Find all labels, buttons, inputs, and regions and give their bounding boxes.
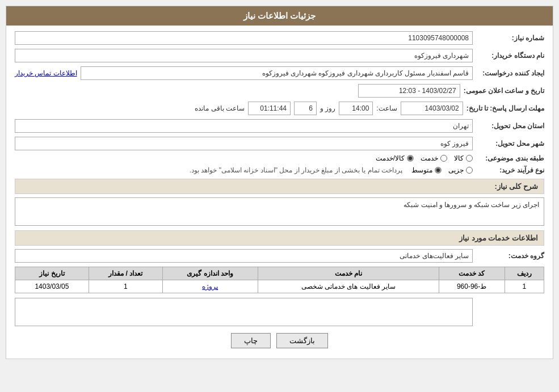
deadline-days-value: 6 bbox=[309, 104, 313, 112]
table-header-row: ردیف کد خدمت نام خدمت واحد اندازه گیری ت… bbox=[15, 267, 544, 280]
city-value: فیروز کوه bbox=[440, 140, 469, 147]
purchase-note: پرداخت تمام یا بخشی از مبلغ خریدار از مح… bbox=[190, 166, 402, 174]
need-number-label: شماره نیاز: bbox=[476, 34, 544, 42]
deadline-label: مهلت ارسال پاسخ: تا تاریخ: bbox=[466, 104, 544, 112]
deadline-remaining-field: 01:11:44 bbox=[248, 102, 291, 115]
deadline-days-field: 6 bbox=[294, 102, 317, 115]
cell-name: سایر فعالیت های خدماتی شخصی bbox=[258, 280, 439, 293]
category-radio-group: کالا خدمت کالا/خدمت bbox=[376, 154, 473, 162]
purchase-type-label: نوع فرآیند خرید: bbox=[476, 166, 544, 174]
deadline-days-label: روز و bbox=[320, 104, 335, 112]
radio-jozee-label: جزیی bbox=[448, 166, 464, 174]
buyer-org-label: نام دستگاه خریدار: bbox=[476, 52, 544, 60]
back-button[interactable]: بازگشت bbox=[276, 333, 328, 348]
city-field: فیروز کوه bbox=[15, 137, 473, 150]
announce-label: تاریخ و ساعت اعلان عمومی: bbox=[464, 87, 544, 95]
province-value: تهران bbox=[453, 122, 469, 130]
main-container: جزئیات اطلاعات نیاز شماره نیاز: 11030957… bbox=[6, 6, 553, 359]
buyer-notes-textarea bbox=[15, 298, 473, 326]
need-desc-section-header: شرح کلی نیاز: bbox=[15, 179, 544, 194]
deadline-date-field: 1403/03/02 bbox=[401, 102, 463, 115]
radio-motevaset-label: متوسط bbox=[411, 166, 432, 174]
radio-jozee-circle bbox=[466, 167, 473, 174]
col-date: تاریخ نیاز bbox=[15, 267, 89, 280]
creator-contact-link[interactable]: اطلاعات تماس خریدار bbox=[15, 69, 77, 77]
creator-label: ایجاد کننده درخواست: bbox=[476, 69, 544, 77]
purchase-type-row: نوع فرآیند خرید: جزیی متوسط پرداخت تمام … bbox=[15, 166, 544, 174]
deadline-time-field: 14:00 bbox=[339, 102, 373, 115]
need-number-row: شماره نیاز: 1103095748000008 bbox=[15, 31, 544, 45]
service-group-label: گروه خدمت: bbox=[476, 252, 544, 260]
buyer-org-value: شهرداری فیروزکوه bbox=[414, 52, 469, 60]
cell-code: ط-96-960 bbox=[439, 280, 505, 293]
print-button[interactable]: چاپ bbox=[231, 333, 271, 348]
announce-field: 1403/02/27 - 12:03 bbox=[358, 84, 460, 98]
need-desc-label: شرح کلی نیاز: bbox=[494, 182, 538, 191]
deadline-time-value: 14:00 bbox=[352, 104, 369, 112]
radio-motevaset-circle bbox=[435, 167, 442, 174]
city-label: شهر محل تحویل: bbox=[476, 140, 544, 147]
cell-row-num: 1 bbox=[505, 280, 544, 293]
service-group-value: سایر فعالیت‌های خدماتی bbox=[400, 252, 469, 260]
radio-kala-label: کالا bbox=[454, 154, 464, 162]
radio-kala-circle bbox=[466, 155, 473, 162]
deadline-remaining-value: 01:11:44 bbox=[260, 104, 287, 112]
need-desc-value: اجرای زیر ساخت شبکه و سرورها و امنیت شبک… bbox=[404, 201, 539, 209]
services-section-header: اطلاعات خدمات مورد نیاز bbox=[15, 230, 544, 246]
service-group-row: گروه خدمت: سایر فعالیت‌های خدماتی bbox=[15, 249, 544, 263]
category-label: طبقه بندی موضوعی: bbox=[476, 154, 544, 162]
col-code: کد خدمت bbox=[439, 267, 505, 280]
buyer-org-row: نام دستگاه خریدار: شهرداری فیروزکوه bbox=[15, 49, 544, 62]
deadline-date-value: 1403/03/02 bbox=[425, 104, 459, 112]
radio-khedmat-label: خدمت bbox=[421, 154, 438, 162]
cell-unit: پروژه bbox=[162, 280, 258, 293]
service-group-field: سایر فعالیت‌های خدماتی bbox=[15, 249, 473, 263]
page-header: جزئیات اطلاعات نیاز bbox=[6, 6, 553, 26]
creator-row: ایجاد کننده درخواست: قاسم اسفندیار مسئول… bbox=[15, 66, 544, 80]
radio-khedmat-circle bbox=[440, 155, 447, 162]
col-name: نام خدمت bbox=[258, 267, 439, 280]
purchase-jozee[interactable]: جزیی bbox=[448, 166, 473, 174]
need-number-field: 1103095748000008 bbox=[15, 31, 473, 45]
deadline-remaining-label: ساعت باقی مانده bbox=[195, 104, 245, 112]
purchase-motevaset[interactable]: متوسط bbox=[411, 166, 442, 174]
cell-qty: 1 bbox=[89, 280, 162, 293]
need-number-value: 1103095748000008 bbox=[408, 34, 469, 42]
table-row: 1ط-96-960سایر فعالیت های خدماتی شخصیپروژ… bbox=[15, 280, 544, 293]
cell-date: 1403/03/05 bbox=[15, 280, 89, 293]
announce-value: 1403/02/27 - 12:03 bbox=[399, 87, 456, 95]
services-table: ردیف کد خدمت نام خدمت واحد اندازه گیری ت… bbox=[15, 267, 544, 293]
action-buttons: بازگشت چاپ bbox=[15, 333, 544, 348]
content-area: شماره نیاز: 1103095748000008 نام دستگاه … bbox=[6, 26, 553, 359]
buyer-org-field: شهرداری فیروزکوه bbox=[15, 49, 473, 62]
category-row: طبقه بندی موضوعی: کالا خدمت کالا/خدمت bbox=[15, 154, 544, 162]
category-option-kala[interactable]: کالا bbox=[454, 154, 473, 162]
creator-field: قاسم اسفندیار مسئول کاربرداری شهرداری فی… bbox=[81, 66, 473, 80]
announce-row: تاریخ و ساعت اعلان عمومی: 1403/02/27 - 1… bbox=[15, 84, 544, 98]
col-row-num: ردیف bbox=[505, 267, 544, 280]
col-qty: تعداد / مقدار bbox=[89, 267, 162, 280]
col-unit: واحد اندازه گیری bbox=[162, 267, 258, 280]
page-title: جزئیات اطلاعات نیاز bbox=[243, 11, 316, 20]
radio-kala-khedmat-circle bbox=[407, 155, 414, 162]
category-option-kala-khedmat[interactable]: کالا/خدمت bbox=[376, 154, 414, 162]
need-desc-textarea: اجرای زیر ساخت شبکه و سرورها و امنیت شبک… bbox=[15, 197, 544, 226]
deadline-row: مهلت ارسال پاسخ: تا تاریخ: 1403/03/02 سا… bbox=[15, 102, 544, 115]
deadline-time-label: ساعت: bbox=[376, 104, 397, 112]
services-info-label: اطلاعات خدمات مورد نیاز bbox=[459, 234, 538, 242]
province-label: استان محل تحویل: bbox=[476, 122, 544, 130]
radio-kala-khedmat-label: کالا/خدمت bbox=[376, 154, 405, 162]
creator-value: قاسم اسفندیار مسئول کاربرداری شهرداری فی… bbox=[262, 69, 469, 77]
need-desc-row: اجرای زیر ساخت شبکه و سرورها و امنیت شبک… bbox=[15, 197, 544, 226]
province-row: استان محل تحویل: تهران bbox=[15, 119, 544, 133]
province-field: تهران bbox=[15, 119, 473, 133]
category-option-khedmat[interactable]: خدمت bbox=[421, 154, 447, 162]
purchase-type-radio-group: جزیی متوسط bbox=[411, 166, 473, 174]
city-row: شهر محل تحویل: فیروز کوه bbox=[15, 137, 544, 150]
buyer-notes-row bbox=[15, 298, 544, 326]
